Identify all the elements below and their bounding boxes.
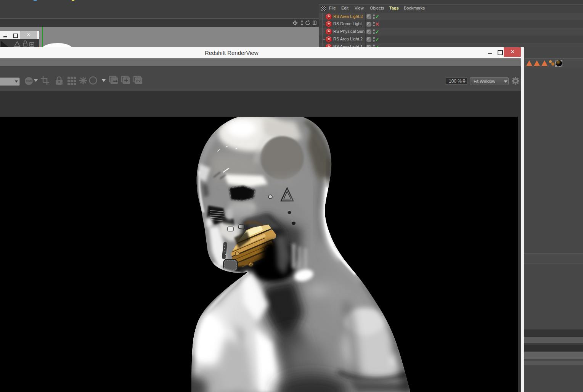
svg-text:PV: PV [136, 79, 141, 83]
